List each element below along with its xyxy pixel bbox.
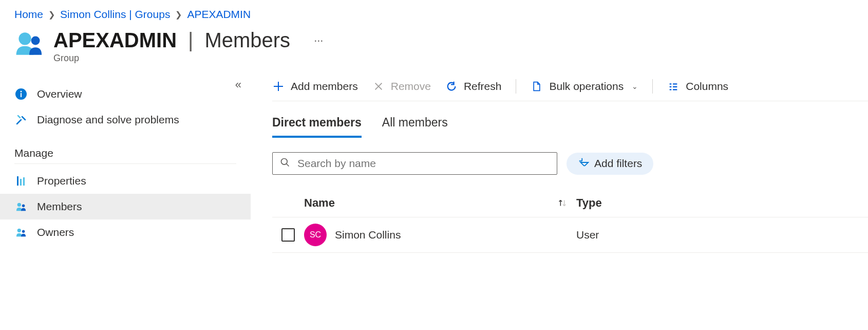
svg-point-10 [17,229,21,232]
group-icon [14,29,44,60]
x-icon [372,80,385,93]
tab-direct-members[interactable]: Direct members [272,116,362,138]
sidebar-item-label: Properties [37,175,86,187]
sidebar-item-overview[interactable]: Overview [0,81,251,107]
add-filters-label: Add filters [594,157,642,170]
toolbar-label: Columns [686,80,728,93]
tools-icon [14,113,28,126]
svg-rect-6 [20,179,22,186]
column-header-name[interactable]: Name [304,196,545,210]
bulk-operations-button[interactable]: Bulk operations ⌄ [531,80,638,93]
svg-line-19 [287,163,289,166]
svg-point-4 [21,91,22,93]
chevron-down-icon: ⌄ [632,82,638,90]
collapse-sidebar-button[interactable]: « [235,78,241,91]
title-separator: | [185,29,196,52]
svg-point-11 [22,230,25,233]
owners-icon [14,226,28,239]
sidebar-item-owners[interactable]: Owners [0,219,251,245]
refresh-icon [445,80,458,93]
columns-button[interactable]: Columns [667,80,728,93]
add-members-button[interactable]: Add members [272,80,358,93]
svg-point-0 [18,32,31,45]
list-icon [667,80,680,93]
sidebar-item-label: Owners [37,226,74,239]
remove-button: Remove [372,80,431,93]
toolbar-label: Bulk operations [549,80,624,93]
members-icon [14,200,28,213]
chevron-right-icon: ❯ [175,10,182,20]
search-input-wrapper[interactable] [272,152,557,175]
properties-icon [14,174,28,188]
info-icon [14,87,28,101]
sidebar-item-label: Overview [37,88,82,100]
svg-point-1 [31,36,40,45]
table-row[interactable]: SC Simon Collins User [272,217,868,253]
tabs: Direct members All members [272,101,868,138]
tab-all-members[interactable]: All members [382,116,448,138]
svg-point-8 [17,203,21,207]
more-actions-button[interactable]: ··· [298,34,323,47]
breadcrumb-level3[interactable]: APEXADMIN [187,8,251,21]
svg-rect-3 [21,93,22,97]
svg-rect-7 [23,177,25,186]
filter-icon [578,157,589,171]
svg-point-9 [22,204,25,207]
sidebar-item-members[interactable]: Members [0,194,251,219]
toolbar: Add members Remove Refresh Bulk operatio [272,76,868,101]
page-header: APEXADMIN | Members ··· Group [0,25,868,76]
breadcrumb: Home ❯ Simon Collins | Groups ❯ APEXADMI… [0,0,868,25]
members-table: Name Type SC Simon Collins User [272,189,868,253]
svg-rect-5 [17,176,18,186]
refresh-button[interactable]: Refresh [445,80,502,93]
chevron-right-icon: ❯ [48,10,55,20]
document-icon [531,80,543,93]
sidebar: « Overview Diagnose and solve problems M… [0,76,251,253]
sidebar-heading-manage: Manage [14,133,236,164]
svg-point-18 [281,158,288,164]
member-type: User [576,229,868,241]
page-title-section: Members [204,29,290,52]
column-header-type[interactable]: Type [576,196,868,210]
sidebar-item-label: Members [37,200,82,213]
toolbar-label: Refresh [464,80,502,93]
sort-icon[interactable] [545,197,576,209]
toolbar-separator [652,79,653,94]
page-title: APEXADMIN [53,29,177,52]
table-header: Name Type [272,189,868,217]
toolbar-separator [516,79,516,94]
search-icon [280,157,290,170]
row-checkbox[interactable] [281,228,295,242]
sidebar-item-properties[interactable]: Properties [0,168,251,194]
avatar: SC [304,224,327,246]
sidebar-item-label: Diagnose and solve problems [37,114,179,126]
add-filters-button[interactable]: Add filters [567,153,653,175]
sidebar-item-diagnose[interactable]: Diagnose and solve problems [0,107,251,133]
breadcrumb-home[interactable]: Home [14,8,43,21]
toolbar-label: Remove [391,80,431,93]
member-name: Simon Collins [335,229,401,241]
page-subtitle: Group [53,53,323,64]
plus-icon [272,80,285,93]
main-content: Add members Remove Refresh Bulk operatio [251,76,868,253]
search-input[interactable] [296,157,550,170]
toolbar-label: Add members [291,80,358,93]
breadcrumb-level2[interactable]: Simon Collins | Groups [60,8,170,21]
